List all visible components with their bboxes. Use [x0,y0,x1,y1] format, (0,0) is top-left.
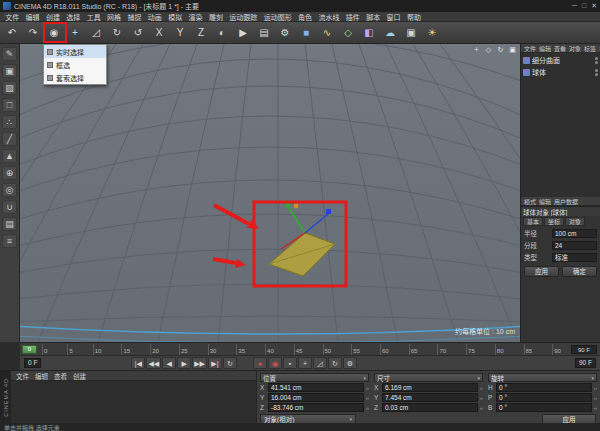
attribute-manager-menu-item[interactable]: 用户数据 [553,197,579,206]
go-to-end-button[interactable]: ▶| [208,357,222,369]
panel-button[interactable]: 应用 [524,266,559,277]
menu-item[interactable]: 动画 [145,12,165,22]
stepper-arrows-icon[interactable] [480,405,483,411]
menu-item[interactable]: 帮助 [404,12,424,22]
render-view-icon[interactable]: ▶ [233,24,253,42]
zoom-view-icon[interactable]: ◇ [484,46,493,54]
stepper-arrows-icon[interactable] [366,405,369,411]
menu-item[interactable]: 选择 [63,12,83,22]
selected-polygon[interactable] [269,233,335,276]
rotate-icon[interactable]: ↻ [107,24,127,42]
solo-mode-icon[interactable]: ◎ [2,183,17,197]
material-menu-item[interactable]: 编辑 [33,371,50,381]
workplane-mode-icon[interactable]: □ [2,98,17,112]
attribute-tab[interactable]: 对象 [565,217,585,226]
snap-icon[interactable]: ∪ [2,200,17,214]
toggle-view-icon[interactable]: ▣ [508,46,517,54]
enable-axis-icon[interactable]: ⊕ [2,166,17,180]
coordinate-input[interactable]: 0 ° [496,393,592,402]
close-button[interactable]: ✕ [591,2,597,10]
maximize-button[interactable]: □ [582,2,586,10]
menu-item[interactable]: 雕刻 [206,12,226,22]
key-parameter-button[interactable]: ⚙ [343,357,357,369]
object-row[interactable]: 细分曲面 [521,54,600,66]
key-scale-button[interactable]: ◿ [313,357,327,369]
menu-item[interactable]: 文件 [2,12,22,22]
coordinate-system-icon[interactable]: ◐ [212,24,232,42]
previous-key-button[interactable]: ◀◀ [146,357,161,369]
workplane-lock-icon[interactable]: ▤ [2,217,17,231]
menu-item[interactable]: 网格 [104,12,124,22]
menu-item[interactable]: 角色 [295,12,315,22]
last-tool-icon[interactable]: ↺ [128,24,148,42]
coordinate-input[interactable]: 7.454 cm [382,393,478,402]
stepper-arrows-icon[interactable] [594,405,597,411]
attribute-manager-menu-item[interactable]: 模式 [523,197,537,206]
rotation-dropdown[interactable]: 旋转 [488,373,597,382]
minimize-button[interactable]: ─ [572,2,577,10]
convert-editable-icon[interactable]: ✎ [2,47,17,61]
x-axis-lock-icon[interactable]: X [149,24,169,42]
flyout-item-live-selection[interactable]: 实时选择 [44,45,106,58]
menu-item[interactable]: 模拟 [165,12,185,22]
add-light-icon[interactable]: ☀ [422,24,442,42]
undo-icon[interactable]: ↶ [2,24,22,42]
pan-view-icon[interactable]: + [472,46,481,54]
flyout-item-rectangle-selection[interactable]: 框选 [44,58,106,71]
size-dropdown[interactable]: 尺寸 [374,373,483,382]
visibility-dots[interactable] [595,57,598,64]
viewport-canvas[interactable] [20,44,520,342]
visibility-dots[interactable] [595,69,598,76]
attribute-value-input[interactable]: 100 cm [552,229,597,238]
viewport[interactable]: +◇↻▣ 约每格单位 : 10 cm [20,44,520,342]
attribute-tab[interactable]: 基本 [523,217,543,226]
object-row[interactable]: 球体 [521,66,600,78]
attribute-value-input[interactable]: 24 [552,241,597,250]
add-environment-icon[interactable]: ☁ [380,24,400,42]
flyout-item-lasso-selection[interactable]: 套索选择 [44,71,106,84]
stepper-arrows-icon[interactable] [594,395,597,401]
model-mode-icon[interactable]: ▣ [2,64,17,78]
polygons-mode-icon[interactable]: ▲ [2,149,17,163]
object-manager-menu-item[interactable]: 对象 [568,44,582,53]
attribute-value-input[interactable]: 标准 [552,253,597,262]
attribute-tab[interactable]: 坐标 [544,217,564,226]
start-frame-field[interactable]: 0 F [24,358,41,368]
menu-item[interactable]: 工具 [84,12,104,22]
coordinate-input[interactable]: 16.004 cm [268,393,364,402]
rotate-view-icon[interactable]: ↻ [496,46,505,54]
add-generator-icon[interactable]: ◇ [338,24,358,42]
coordinate-input[interactable]: 0 ° [496,403,592,412]
keyframe-selection-button[interactable]: ▪ [283,357,297,369]
menu-item[interactable]: 运动图形 [261,12,295,22]
loop-button[interactable]: ↻ [223,357,237,369]
material-menu-item[interactable]: 查看 [52,371,69,381]
menu-item[interactable]: 创建 [43,12,63,22]
record-keyframe-button[interactable]: ● [253,357,267,369]
render-to-picture-icon[interactable]: ▤ [254,24,274,42]
menu-item[interactable]: 渲染 [185,12,205,22]
timeline-playhead[interactable]: 0 [22,345,37,354]
coordinate-input[interactable]: 6.169 cm [382,383,478,392]
timeline-ruler[interactable]: 0 051015202530354045505560657075808590 9… [20,342,600,355]
material-menu-item[interactable]: 创建 [71,371,88,381]
add-spline-icon[interactable]: ∿ [317,24,337,42]
coordinate-input[interactable]: 41.541 cm [268,383,364,392]
previous-frame-button[interactable]: ◀ [162,357,176,369]
coordinate-input[interactable]: 0 ° [496,383,592,392]
coordinate-input[interactable]: 0.03 cm [382,403,478,412]
texture-mode-icon[interactable]: ▨ [2,81,17,95]
end-frame-field-2[interactable]: 90 F [575,358,596,368]
coordinate-input[interactable]: -83.746 cm [268,403,364,412]
next-frame-button[interactable]: ▶▶ [192,357,207,369]
object-manager-menu-item[interactable]: 标签 [583,44,597,53]
menu-item[interactable]: 运动跟踪 [226,12,260,22]
move-icon[interactable]: + [65,24,85,42]
menu-item[interactable]: 流水线 [315,12,342,22]
material-menu-item[interactable]: 文件 [14,371,31,381]
stepper-arrows-icon[interactable] [594,385,597,391]
panel-button[interactable]: 确定 [562,266,597,277]
menu-item[interactable]: 窗口 [383,12,403,22]
menu-item[interactable]: 脚本 [363,12,383,22]
menu-item[interactable]: 编辑 [22,12,42,22]
